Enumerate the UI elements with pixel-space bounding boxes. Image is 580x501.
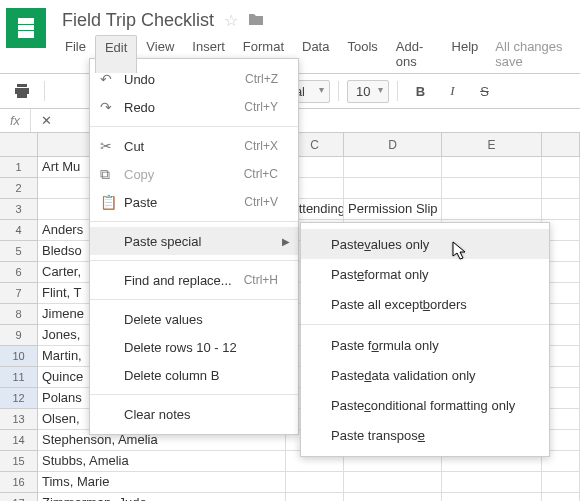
submenu-paste-format[interactable]: Paste format only: [301, 259, 549, 289]
cut-icon: ✂: [100, 138, 124, 154]
submenu-paste-transpose[interactable]: Paste transpose: [301, 420, 549, 450]
copy-icon: ⧉: [100, 166, 124, 183]
paste-icon: 📋: [100, 194, 124, 210]
cell[interactable]: [442, 493, 542, 501]
cell[interactable]: Zimmerman, Jude: [38, 493, 286, 501]
cell[interactable]: [344, 493, 442, 501]
row-header[interactable]: 14: [0, 430, 38, 451]
menu-data[interactable]: Data: [293, 35, 338, 73]
row-header[interactable]: 6: [0, 262, 38, 283]
cell[interactable]: [344, 157, 442, 178]
cell[interactable]: Stubbs, Amelia: [38, 451, 286, 472]
menu-copy[interactable]: ⧉ Copy Ctrl+C: [90, 160, 298, 188]
row-header[interactable]: 10: [0, 346, 38, 367]
row-header[interactable]: 3: [0, 199, 38, 220]
menu-find-replace[interactable]: Find and replace... Ctrl+H: [90, 266, 298, 294]
submenu-paste-values[interactable]: Paste values only: [301, 229, 549, 259]
cell[interactable]: [542, 493, 580, 501]
submenu-paste-except-borders[interactable]: Paste all except borders: [301, 289, 549, 319]
edit-dropdown-menu: ↶ Undo Ctrl+Z ↷ Redo Ctrl+Y ✂ Cut Ctrl+X…: [89, 58, 299, 435]
formula-clear-icon[interactable]: ✕: [31, 113, 62, 128]
submenu-paste-conditional-formatting[interactable]: Paste conditional formatting only: [301, 390, 549, 420]
folder-icon[interactable]: [248, 10, 264, 31]
row-header[interactable]: 17: [0, 493, 38, 501]
submenu-paste-data-validation[interactable]: Paste data validation only: [301, 360, 549, 390]
cell[interactable]: [542, 472, 580, 493]
italic-button[interactable]: I: [438, 78, 466, 104]
save-status: All changes save: [487, 35, 580, 73]
cell[interactable]: [344, 178, 442, 199]
print-icon[interactable]: [8, 78, 36, 104]
submenu-arrow-icon: ▶: [282, 236, 290, 247]
cell[interactable]: [442, 157, 542, 178]
cell[interactable]: [542, 178, 580, 199]
col-header-f[interactable]: [542, 133, 580, 157]
star-icon[interactable]: ☆: [224, 11, 238, 30]
menu-delete-column[interactable]: Delete column B: [90, 361, 298, 389]
cell[interactable]: [442, 199, 542, 220]
row-header[interactable]: 7: [0, 283, 38, 304]
menu-clear-notes[interactable]: Clear notes: [90, 400, 298, 428]
row-header[interactable]: 5: [0, 241, 38, 262]
cell[interactable]: [286, 493, 344, 501]
cell[interactable]: [442, 178, 542, 199]
menu-addons[interactable]: Add-ons: [387, 35, 443, 73]
row-header[interactable]: 16: [0, 472, 38, 493]
document-title[interactable]: Field Trip Checklist: [62, 10, 214, 31]
row-header[interactable]: 2: [0, 178, 38, 199]
menubar: File Edit View Insert Format Data Tools …: [52, 35, 580, 73]
cell[interactable]: [542, 199, 580, 220]
menu-paste-special[interactable]: Paste special ▶: [90, 227, 298, 255]
row-header[interactable]: 13: [0, 409, 38, 430]
cell[interactable]: Permission Slip Returned: [344, 199, 442, 220]
menu-redo[interactable]: ↷ Redo Ctrl+Y: [90, 93, 298, 121]
strike-button[interactable]: S: [470, 78, 498, 104]
row-header[interactable]: 8: [0, 304, 38, 325]
fx-icon: fx: [0, 109, 31, 132]
row-header[interactable]: 1: [0, 157, 38, 178]
row-header[interactable]: 11: [0, 367, 38, 388]
undo-icon: ↶: [100, 71, 124, 87]
cell[interactable]: [442, 472, 542, 493]
col-header-e[interactable]: E: [442, 133, 542, 157]
row-header[interactable]: 15: [0, 451, 38, 472]
menu-paste[interactable]: 📋 Paste Ctrl+V: [90, 188, 298, 216]
row-header[interactable]: 9: [0, 325, 38, 346]
cell[interactable]: Tims, Marie: [38, 472, 286, 493]
submenu-paste-formula[interactable]: Paste formula only: [301, 330, 549, 360]
cell[interactable]: [542, 157, 580, 178]
sheets-logo[interactable]: [6, 8, 46, 48]
bold-button[interactable]: B: [406, 78, 434, 104]
menu-delete-values[interactable]: Delete values: [90, 305, 298, 333]
col-header-d[interactable]: D: [344, 133, 442, 157]
menu-edit[interactable]: Edit: [95, 35, 137, 73]
cell[interactable]: [286, 472, 344, 493]
menu-delete-rows[interactable]: Delete rows 10 - 12: [90, 333, 298, 361]
paste-special-submenu: Paste values only Paste format only Past…: [300, 222, 550, 457]
font-size-select[interactable]: 10: [347, 80, 389, 103]
menu-tools[interactable]: Tools: [338, 35, 386, 73]
row-header[interactable]: 12: [0, 388, 38, 409]
cell[interactable]: [344, 472, 442, 493]
select-all-corner[interactable]: [0, 133, 38, 157]
row-header[interactable]: 4: [0, 220, 38, 241]
redo-icon: ↷: [100, 99, 124, 115]
menu-help[interactable]: Help: [443, 35, 488, 73]
menu-cut[interactable]: ✂ Cut Ctrl+X: [90, 132, 298, 160]
